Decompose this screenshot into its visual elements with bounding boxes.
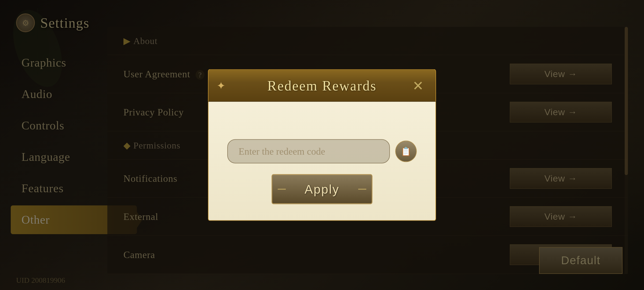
modal-title: Redeem Rewards — [267, 78, 376, 93]
close-icon: ✕ — [412, 79, 424, 92]
modal-body: 📋 Apply — [208, 102, 436, 221]
code-input-row: 📋 — [227, 139, 417, 164]
deco-star-left: ✦ — [217, 79, 226, 92]
modal-close-button[interactable]: ✕ — [409, 76, 427, 95]
paste-button[interactable]: 📋 — [395, 141, 417, 162]
redeem-code-input[interactable] — [227, 139, 390, 164]
redeem-modal: ✦ Redeem Rewards ✕ 📋 Apply — [208, 69, 436, 221]
paste-icon: 📋 — [401, 146, 411, 157]
modal-apply-button[interactable]: Apply — [272, 174, 372, 204]
modal-header: ✦ Redeem Rewards ✕ — [208, 69, 436, 102]
